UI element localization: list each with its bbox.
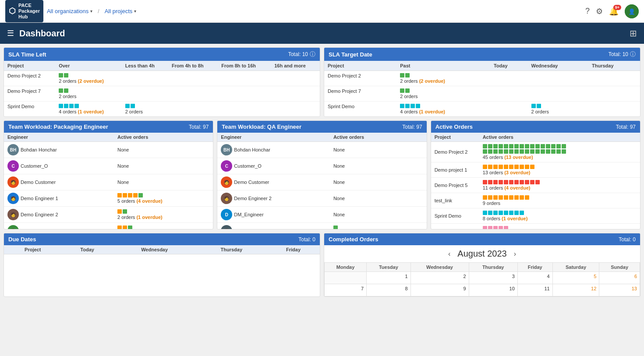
nav-separator: / [98, 8, 99, 14]
team-packaging-header: Team Workload: Packaging Engineer Total:… [4, 121, 213, 133]
calendar-week: 7 8 9 10 11 12 13 [325, 284, 640, 296]
sla-time-info-icon[interactable]: ⓘ [310, 50, 315, 58]
engineer-info: 🧑 DM_Supervisor [221, 225, 326, 229]
engineer-cell: 🧑 Demo Engineer 1 [4, 190, 114, 207]
block-item [520, 165, 524, 169]
sla-target-info-icon[interactable]: ⓘ [630, 50, 636, 58]
project-name: Sprint Demo [324, 102, 396, 117]
day-header-mon: Monday [325, 263, 367, 272]
project-label: All projects [105, 8, 133, 14]
16more-cell [271, 86, 320, 102]
orders-cell: 8 orders (1 overdue) [479, 208, 640, 224]
due-dates-header: Due Dates Total: 0 [4, 233, 320, 245]
block-item [128, 226, 132, 229]
calendar-prev-button[interactable]: ‹ [448, 250, 450, 258]
block-item [504, 195, 508, 200]
nav-right: ? ⚙ 🔔 9+ 👤 [585, 4, 639, 18]
block-item [541, 144, 545, 148]
calendar-next-button[interactable]: › [514, 250, 516, 258]
order-count: 4 orders (1 overdue) [59, 109, 104, 114]
org-dropdown[interactable]: All organizations ▾ [47, 8, 92, 14]
user-avatar[interactable]: 👤 [625, 4, 639, 18]
past-cell: 4 orders (1 overdue) [396, 102, 490, 117]
block-item [530, 165, 534, 169]
day-header-wed: Wednesday [410, 263, 469, 272]
project-dropdown[interactable]: All projects ▾ [105, 8, 137, 14]
block-item [483, 180, 487, 184]
team-qa-scroll[interactable]: Engineer Active orders BH Bohdan Honchar [217, 133, 426, 229]
calendar-month: August 2023 [457, 249, 506, 259]
block-item [546, 144, 550, 148]
block-group [400, 104, 487, 108]
block-item [483, 195, 487, 200]
calendar-day: 4 [517, 272, 552, 284]
active-orders-title: Active Orders [435, 123, 473, 130]
list-item: 🧑 Demo Engineer 1 [4, 190, 213, 207]
block-group [483, 211, 637, 215]
engineer-name: Demo Engineer 3 [21, 228, 58, 229]
avatar: C [7, 160, 19, 172]
block-item [69, 104, 74, 108]
block-item [520, 195, 524, 200]
block-item [499, 211, 503, 215]
order-label: 45 orders (13 overdue) [483, 155, 533, 160]
team-qa-total: Total: 97 [402, 124, 422, 130]
list-item: 🧑 Demo Engineer 2 None [217, 190, 426, 207]
orders-cell: None [330, 158, 427, 174]
block-item [509, 211, 513, 215]
list-item: C Customer_O None [4, 158, 213, 174]
block-item [483, 144, 487, 148]
block-item [556, 149, 561, 154]
col-thursday: Thursday [588, 61, 640, 71]
settings-button[interactable]: ⚙ [596, 7, 603, 16]
thursday-cell [588, 86, 640, 102]
engineer-info: 🧑 Demo Engineer 1 [7, 193, 110, 204]
block-item [405, 88, 410, 93]
menu-icon[interactable]: ☰ [7, 28, 14, 38]
block-group [117, 193, 209, 197]
block-group [483, 165, 637, 169]
project-name [431, 224, 479, 229]
list-item: test_link 9 orders [431, 193, 640, 208]
notifications-button[interactable]: 🔔 9+ [609, 7, 619, 16]
block-group [125, 104, 165, 108]
list-item: 🧑 Demo Engineer 3 3 orders [4, 223, 213, 229]
block-item [530, 180, 534, 184]
logo-icon: ⬡ [9, 7, 16, 16]
block-item [556, 144, 561, 148]
block-item [400, 104, 404, 108]
engineer-name: Demo Customer [234, 180, 269, 185]
grid-view-icon[interactable]: ⊞ [630, 28, 637, 38]
calendar-day: 7 [325, 284, 367, 296]
due-dates-title: Due Dates [8, 236, 36, 243]
block-group [483, 195, 637, 200]
block-group [117, 226, 209, 229]
day-header-fri: Friday [517, 263, 552, 272]
engineer-name: Customer_O [21, 163, 48, 169]
sla-time-table: Project Over Less than 4h From 4h to 8h … [4, 61, 320, 116]
sla-time-header: SLA Time Left Total: 10 ⓘ [4, 48, 320, 61]
engineer-header-row: Engineer Active orders [4, 133, 213, 142]
block-item [514, 144, 519, 148]
block-item [493, 180, 498, 184]
block-item [488, 149, 492, 154]
thursday-cell [588, 71, 640, 86]
table-row: Demo Project 2 2 orders (2 overdue) [324, 71, 640, 86]
order-label: 9 orders [483, 201, 500, 206]
block-item [499, 180, 503, 184]
sla-target-total: Total: 10 ⓘ [609, 50, 636, 58]
block-item [410, 104, 415, 108]
team-packaging-scroll[interactable]: Engineer Active orders BH Bohdan Honchar [4, 133, 213, 229]
thursday-cell [588, 102, 640, 117]
engineer-cell: 🧑 Demo Customer [4, 174, 114, 190]
list-item: C Customer_O None [217, 158, 426, 174]
engineer-name: DM_Supervisor [234, 228, 267, 229]
col-active-orders: Active orders [479, 133, 640, 142]
block-item [546, 149, 550, 154]
sla-target-header-row: Project Past Today Wednesday Thursday [324, 61, 640, 71]
help-button[interactable]: ? [585, 7, 590, 16]
active-orders-scroll[interactable]: Project Active orders Demo Project 2 45 [431, 133, 640, 229]
block-item [493, 165, 498, 169]
order-label: 11 orders (4 overdue) [483, 185, 531, 190]
col-today: Today [490, 61, 528, 71]
